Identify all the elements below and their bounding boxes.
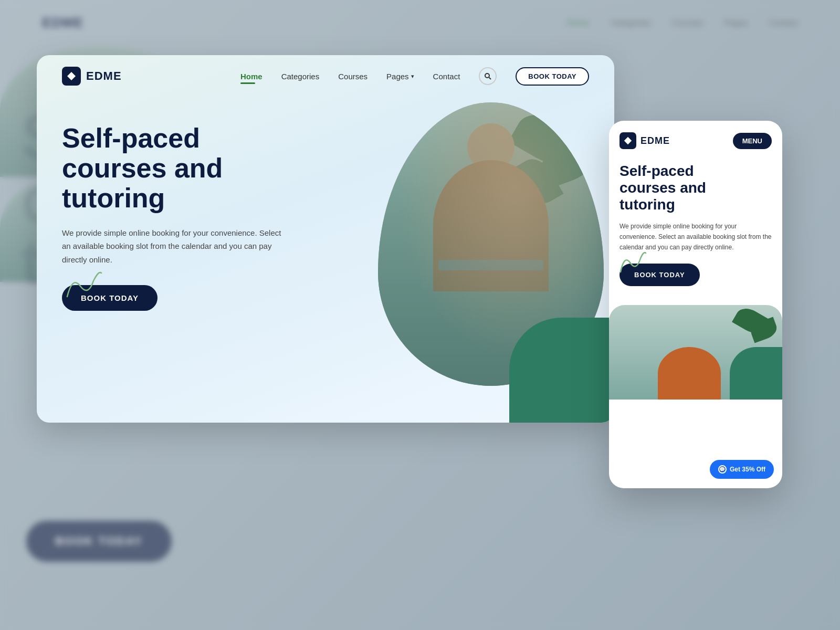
- mobile-hero-title: Self-paced courses and tutoring: [620, 163, 772, 214]
- teal-arc-decoration: [509, 318, 614, 423]
- svg-marker-3: [624, 137, 632, 144]
- mobile-diamond-icon: [623, 136, 633, 145]
- mobile-squiggle-decoration: [616, 247, 648, 276]
- desktop-header-book-button[interactable]: BOOK TODAY: [516, 67, 589, 86]
- mobile-menu-button[interactable]: MENU: [733, 133, 772, 149]
- squiggle-decoration: [62, 265, 104, 302]
- mobile-logo-text: EDME: [640, 135, 670, 146]
- desktop-nav: Home Categories Courses Pages ▾ Contact …: [240, 67, 589, 86]
- desktop-logo-text: EDME: [86, 69, 122, 83]
- mobile-logo: EDME: [620, 132, 670, 149]
- desktop-nav-categories[interactable]: Categories: [281, 72, 320, 81]
- mobile-logo-icon: [620, 132, 636, 149]
- svg-marker-0: [67, 72, 76, 80]
- mobile-hero: Self-paced courses and tutoring We provi…: [609, 158, 782, 295]
- svg-line-2: [489, 78, 491, 80]
- desktop-nav-pages[interactable]: Pages ▾: [386, 72, 414, 81]
- search-icon[interactable]: [479, 67, 497, 85]
- desktop-hero-left: Self-paced courses and tutoring We provi…: [62, 113, 335, 423]
- chat-icon: 💬: [718, 465, 727, 474]
- mobile-mockup-card: EDME MENU Self-paced courses and tutorin…: [609, 121, 782, 488]
- mobile-image-background: [609, 305, 782, 400]
- mobile-card-header: EDME MENU: [609, 121, 782, 158]
- desktop-hero-description: We provide simple online booking for you…: [62, 226, 288, 267]
- discount-badge-text: Get 35% Off: [730, 466, 765, 473]
- mobile-image-area: [609, 295, 782, 400]
- discount-badge[interactable]: 💬 Get 35% Off: [710, 460, 774, 479]
- desktop-hero-title: Self-paced courses and tutoring: [62, 123, 335, 214]
- desktop-nav-courses[interactable]: Courses: [338, 72, 368, 81]
- mobile-teal-arc: [730, 347, 782, 400]
- desktop-hero-image-area: [352, 97, 614, 423]
- desktop-mockup-card: EDME Home Categories Courses Pages ▾ Con…: [37, 55, 614, 423]
- desktop-logo: EDME: [62, 67, 122, 86]
- desktop-logo-icon: [62, 67, 81, 86]
- mobile-person-body: [658, 347, 721, 400]
- desktop-nav-home[interactable]: Home: [240, 72, 262, 81]
- svg-point-1: [485, 74, 489, 78]
- desktop-card-header: EDME Home Categories Courses Pages ▾ Con…: [37, 55, 614, 97]
- diamond-icon: [66, 71, 77, 81]
- desktop-nav-contact[interactable]: Contact: [433, 72, 460, 81]
- desktop-hero: Self-paced courses and tutoring We provi…: [37, 97, 614, 423]
